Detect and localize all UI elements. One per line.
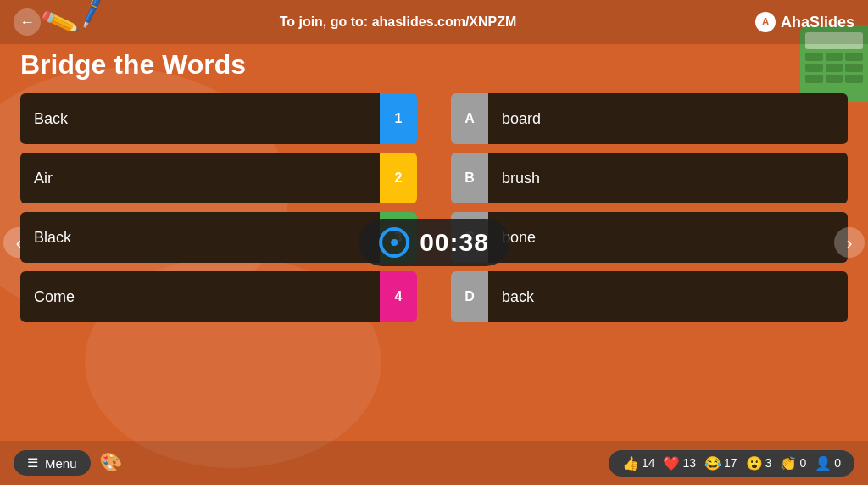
menu-button[interactable]: ☰ Menu	[14, 450, 91, 476]
gap-center-2	[417, 153, 451, 203]
word-letter-2: B	[451, 153, 488, 203]
word-number-4: 4	[380, 271, 417, 322]
word-right-3: bone	[488, 212, 848, 263]
reaction-icon-3: 😮	[746, 455, 763, 471]
page-title: Bridge the Words	[20, 49, 246, 81]
reaction-count-5: 0	[834, 456, 841, 470]
timer-ring	[379, 227, 409, 258]
reactions-bar: 👍14❤️13😂17😮3👏0👤0	[609, 450, 854, 477]
bottom-bar: ☰ Menu 🎨 👍14❤️13😂17😮3👏0👤0	[0, 441, 868, 485]
reaction-icon-2: 😂	[704, 455, 721, 471]
word-left-2: Air	[20, 153, 380, 203]
reaction-icon-1: ❤️	[663, 455, 680, 471]
palette-icon: 🎨	[99, 452, 122, 474]
word-left-3: Black	[20, 212, 380, 263]
join-url: ahaslides.com/XNPZM	[372, 14, 517, 29]
nav-arrow-right[interactable]: ›	[834, 227, 865, 258]
reaction-count-3: 3	[765, 456, 772, 470]
menu-label: Menu	[45, 456, 77, 471]
reaction-icon-4: 👏	[780, 455, 797, 471]
reaction-count-0: 14	[642, 456, 655, 470]
timer-ring-inner	[391, 239, 398, 246]
word-letter-4: D	[451, 271, 488, 322]
word-left-4: Come	[20, 271, 380, 322]
reaction-icon-0: 👍	[622, 455, 639, 471]
word-left-1: Back	[20, 93, 380, 144]
word-row: Come 4 D back	[20, 271, 848, 322]
join-prefix: To join, go to:	[280, 14, 372, 29]
word-number-2: 2	[380, 153, 417, 203]
timer-display: 00:38	[420, 228, 489, 257]
reaction-item-1[interactable]: ❤️13	[663, 455, 696, 471]
word-right-4: back	[488, 271, 848, 322]
logo-text: AhaSlides	[781, 14, 854, 31]
reaction-item-3[interactable]: 😮3	[746, 455, 772, 471]
menu-icon: ☰	[27, 455, 38, 471]
word-right-1: board	[488, 93, 848, 144]
reaction-count-1: 13	[682, 456, 696, 470]
gap-center-1	[417, 93, 451, 144]
reaction-count-2: 17	[724, 456, 737, 470]
word-row: Air 2 B brush	[20, 153, 848, 203]
back-button[interactable]: ←	[14, 8, 41, 36]
join-info: To join, go to: ahaslides.com/XNPZM	[280, 14, 517, 30]
reaction-item-5[interactable]: 👤0	[815, 455, 841, 471]
reaction-item-0[interactable]: 👍14	[622, 455, 655, 471]
logo-icon: A	[755, 12, 776, 32]
timer-overlay: 00:38	[359, 219, 509, 266]
gap-center-4	[417, 271, 451, 322]
ahaslides-logo: A AhaSlides	[755, 12, 854, 32]
word-right-2: brush	[488, 153, 848, 203]
top-bar: ← To join, go to: ahaslides.com/XNPZM A …	[0, 0, 868, 44]
reaction-item-4[interactable]: 👏0	[780, 455, 806, 471]
reaction-item-2[interactable]: 😂17	[704, 455, 737, 471]
word-row: Back 1 A board	[20, 93, 848, 144]
reaction-icon-5: 👤	[815, 455, 832, 471]
word-number-1: 1	[380, 93, 417, 144]
reaction-count-4: 0	[799, 456, 806, 470]
word-letter-1: A	[451, 93, 488, 144]
